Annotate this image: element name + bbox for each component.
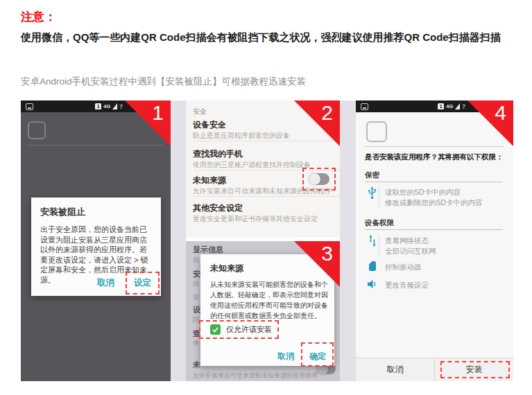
- divider: [193, 170, 340, 170]
- app-icon-placeholder: [28, 121, 46, 139]
- notice-subtitle: 安卓Android手机安装过程中遇到【安装被阻止】可根据教程迅速安装: [21, 76, 306, 88]
- tutorial-page: 注意： 使用微信，QQ等一些内建QR Code扫描会有被阻挡下载之状况，强烈建议…: [0, 0, 532, 395]
- install-prompt-title: 是否安装该应用程序？其将拥有以下权限：: [365, 152, 504, 162]
- section-header-privacy: 保密: [365, 170, 379, 180]
- step-number: 4: [495, 102, 506, 124]
- ok-button[interactable]: 确定: [309, 351, 326, 362]
- bg-text-fragment: 查: [193, 328, 200, 339]
- cancel-button[interactable]: 取消: [97, 277, 114, 289]
- notification-badge: 1: [95, 103, 101, 109]
- step-number: 2: [321, 102, 333, 124]
- permission-text: 全部访问互联网: [385, 247, 436, 256]
- divider: [365, 182, 503, 182]
- check-icon: [212, 326, 219, 333]
- permission-text: 查看网络状态: [385, 236, 429, 246]
- phone-screenshot-step3: 显示信息 在 安 设 安 设 防 查 使 未 允许安装来自可信来源和未知来源的应…: [186, 241, 340, 381]
- bg-text-fragment: 设: [193, 279, 200, 288]
- divider: [379, 186, 379, 208]
- checkbox-checked[interactable]: [210, 324, 221, 335]
- usb-icon: [368, 186, 377, 202]
- bg-settings-item: 未: [193, 360, 200, 370]
- gap-strip: [340, 100, 356, 381]
- bottom-button-bar: 取消 安装: [356, 358, 513, 381]
- signal-icon: [455, 103, 460, 109]
- notification-badge: 1: [438, 103, 444, 109]
- permission-text: 更改音频设定: [385, 281, 429, 290]
- notice-body: 使用微信，QQ等一些内建QR Code扫描会有被阻挡下载之状况，强烈建议使用推荐…: [21, 28, 517, 46]
- audio-icon: [367, 279, 378, 292]
- bg-text-fragment: 使: [193, 339, 200, 348]
- phone-screenshot-step2: 安全 设备安全 防止恶意应用程序损害您的设备 查找我的手机 使用您的三星账户远程…: [186, 100, 340, 238]
- bg-settings-subtitle: 在: [193, 256, 200, 265]
- battery-level: 7: [462, 103, 465, 110]
- settings-item-find-my-mobile[interactable]: 查找我的手机: [193, 148, 243, 160]
- cancel-button[interactable]: 取消: [277, 351, 294, 362]
- settings-item-subtitle: 防止恶意应用程序损害您的设备: [193, 131, 290, 141]
- bg-text-fragment: 安: [193, 293, 200, 302]
- dialog-install-blocked: 安装被阻止 出于安全原因，您的设备当前已设置为阻止安装从三星应用商店以外的来源获…: [31, 198, 161, 296]
- highlight-box: [301, 342, 334, 367]
- install-button-label: 安装: [466, 364, 483, 376]
- settings-item-device-security[interactable]: 设备安全: [193, 119, 226, 131]
- dialog-body: 出于安全原因，您的设备当前已设置为阻止安装从三星应用商店以外的来源获得的应用程序…: [40, 225, 154, 285]
- step-ribbon: [294, 241, 340, 287]
- divider: [193, 196, 340, 197]
- permission-text: 修改或删除您的SD卡中的内容: [385, 198, 483, 208]
- divider: [379, 235, 379, 256]
- step-number: 1: [152, 102, 164, 124]
- dialog-title: 安装被阻止: [40, 206, 152, 218]
- step-ribbon: [125, 100, 171, 146]
- bg-text-fragment: 安: [193, 269, 200, 279]
- step-number: 3: [321, 243, 333, 265]
- notice-title: 注意：: [21, 9, 56, 25]
- network-icon: [368, 235, 377, 249]
- bg-text-fragment: 设: [193, 305, 200, 315]
- section-header-device-permissions: 设备权限: [365, 218, 394, 228]
- phone-screenshot-step4: 1 4G 7 是否安装该应用程序？其将拥有以下权限： 保密: [356, 100, 513, 381]
- bg-text-fragment: 防: [193, 315, 200, 324]
- settings-item-subtitle: 使用您的三星账户远程查找并控制设备: [193, 160, 311, 170]
- settings-item-subtitle: 更改安全更新和证书存储等其他安全设定: [193, 214, 318, 224]
- security-section-header: 安全: [193, 107, 207, 116]
- screenshot-status-icon: [26, 103, 33, 110]
- cancel-button[interactable]: 取消: [356, 358, 435, 381]
- vibration-icon: [368, 261, 377, 274]
- divider: [365, 229, 503, 230]
- signal-icon: [112, 103, 117, 109]
- settings-item-unknown-sources[interactable]: 未知来源: [193, 175, 226, 186]
- step-ribbon: [467, 100, 513, 146]
- network-indicator: 4G: [103, 103, 110, 109]
- screenshot-status-icon: [361, 103, 368, 110]
- divider: [364, 146, 504, 147]
- permission-text: 读取您的SD卡中的内容: [385, 188, 461, 198]
- bg-settings-subtitle: 允许安装来自可信来源和未知来源的应用程序: [193, 371, 318, 380]
- phone-screenshot-step1: 1 4G 7 安装被阻止 出于安全原因，您的设备当前已设置为阻止安装从三星应用商…: [21, 100, 171, 381]
- battery-level: 7: [119, 103, 123, 110]
- permission-text: 控制振动器: [385, 263, 422, 272]
- network-indicator: 4G: [446, 103, 453, 109]
- settings-item-subtitle: 允许安装来自可信来源和未知来源的应用程序: [193, 186, 332, 196]
- step-ribbon: [294, 100, 340, 146]
- app-icon-placeholder: [366, 121, 387, 142]
- unknown-sources-toggle[interactable]: [309, 173, 329, 185]
- checkbox-label: 仅允许该安装: [226, 324, 272, 335]
- install-button[interactable]: 安装: [435, 358, 513, 381]
- settings-item-other-security[interactable]: 其他安全设定: [193, 202, 243, 214]
- bg-settings-item: 显示信息: [193, 245, 223, 255]
- allow-once-row: 仅允许该安装: [210, 324, 272, 335]
- settings-button[interactable]: 设定: [134, 277, 151, 289]
- dialog-title: 未知来源: [210, 263, 243, 274]
- gap-strip: [171, 100, 186, 381]
